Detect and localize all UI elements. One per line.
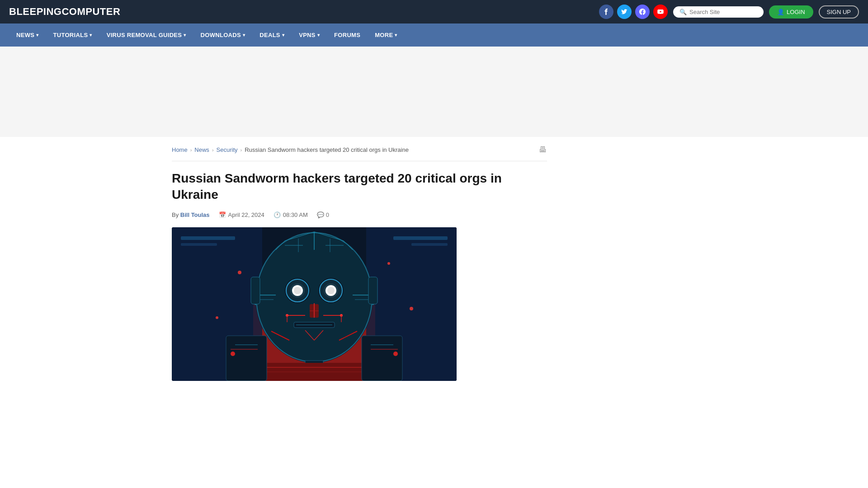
nav-news-label: NEWS [16,32,34,38]
nav-virus-arrow: ▾ [184,33,186,38]
nav-news-arrow: ▾ [36,33,38,38]
nav-item-tutorials[interactable]: TUTORIALS ▾ [46,23,99,47]
svg-point-50 [231,352,235,356]
nav-item-deals[interactable]: DEALS ▾ [252,23,292,47]
youtube-icon[interactable] [653,5,668,19]
svg-rect-55 [181,236,235,240]
article-date: 📅 April 22, 2024 [219,211,264,218]
comment-icon: 💬 [317,211,324,218]
by-label: By [172,211,179,218]
time-text: 08:30 AM [283,211,308,218]
nav-virus-label: VIRUS REMOVAL GUIDES [107,32,182,38]
signup-label: SIGN UP [827,9,851,15]
search-bar[interactable]: 🔍 [673,6,764,18]
nav-vpns-arrow: ▾ [317,33,320,38]
author-link[interactable]: Bill Toulas [180,211,210,218]
breadcrumb-sep-1: › [190,147,192,153]
nav-vpns-label: VPNS [299,32,316,38]
breadcrumb-current: Russian Sandworm hackers targeted 20 cri… [245,146,409,153]
nav-deals-label: DEALS [259,32,280,38]
signup-button[interactable]: SIGN UP [819,5,859,19]
user-icon: 👤 [777,9,784,15]
article-meta: By Bill Toulas 📅 April 22, 2024 🕐 08:30 … [172,211,547,218]
nav-tutorials-arrow: ▾ [90,33,92,38]
twitter-icon[interactable] [617,5,632,19]
nav-item-virus[interactable]: VIRUS REMOVAL GUIDES ▾ [99,23,193,47]
calendar-icon: 📅 [219,211,226,218]
main-nav: NEWS ▾ TUTORIALS ▾ VIRUS REMOVAL GUIDES … [0,23,868,47]
nav-forums-label: FORUMS [334,32,360,38]
breadcrumb-security[interactable]: Security [217,146,238,153]
svg-point-61 [216,316,218,319]
breadcrumb-sep-2: › [212,147,214,153]
header-right: 🔍 👤 LOGIN SIGN UP [599,5,859,19]
main-content: Home › News › Security › Russian Sandwor… [163,137,705,381]
nav-item-downloads[interactable]: DOWNLOADS ▾ [193,23,253,47]
facebook-icon[interactable] [599,5,613,19]
article-image [172,227,457,381]
nav-item-more[interactable]: MORE ▾ [368,23,405,47]
logo-light-text: BLEEPING [9,6,61,17]
nav-downloads-label: DOWNLOADS [201,32,241,38]
nav-tutorials-label: TUTORIALS [53,32,88,38]
logo-bold-text: COMPUTER [61,6,120,17]
svg-rect-63 [251,277,260,304]
article-title: Russian Sandworm hackers targeted 20 cri… [172,170,547,203]
svg-rect-51 [362,336,402,381]
top-header: BLEEPINGCOMPUTER 🔍 👤 LOGIN SIGN UP [0,0,868,23]
article-author: By Bill Toulas [172,211,210,218]
print-icon[interactable]: 🖶 [539,145,547,155]
sidebar-column [561,137,696,381]
search-input[interactable] [689,9,757,15]
mastodon-icon[interactable] [635,5,650,19]
nav-deals-arrow: ▾ [282,33,284,38]
breadcrumb-news[interactable]: News [194,146,209,153]
comments-number: 0 [326,211,329,218]
svg-point-60 [387,262,390,265]
ad-banner [0,47,868,137]
nav-item-forums[interactable]: FORUMS [327,23,368,47]
svg-point-24 [294,287,301,294]
svg-rect-57 [393,236,448,240]
svg-point-62 [410,307,413,310]
search-icon: 🔍 [679,9,687,15]
two-col-layout: Home › News › Security › Russian Sandwor… [172,137,696,381]
comment-count[interactable]: 💬 0 [317,211,329,218]
site-logo[interactable]: BLEEPINGCOMPUTER [9,6,120,18]
breadcrumb-home[interactable]: Home [172,146,188,153]
login-button[interactable]: 👤 LOGIN [769,5,813,19]
article-time: 🕐 08:30 AM [274,211,308,218]
svg-rect-64 [368,277,377,304]
nav-more-arrow: ▾ [395,33,397,38]
svg-point-29 [327,287,335,294]
social-icons [599,5,668,19]
svg-point-54 [393,352,398,356]
article-column: Home › News › Security › Russian Sandwor… [172,137,547,381]
login-label: LOGIN [787,9,805,15]
svg-rect-47 [226,336,267,381]
nav-item-vpns[interactable]: VPNS ▾ [292,23,327,47]
svg-rect-58 [411,243,448,246]
nav-downloads-arrow: ▾ [243,33,245,38]
nav-item-news[interactable]: NEWS ▾ [9,23,46,47]
date-text: April 22, 2024 [228,211,264,218]
nav-more-label: MORE [375,32,393,38]
svg-point-59 [238,271,241,274]
clock-icon: 🕐 [274,211,281,218]
svg-rect-56 [181,243,217,246]
breadcrumb-sep-3: › [241,147,242,153]
breadcrumb: Home › News › Security › Russian Sandwor… [172,137,547,161]
